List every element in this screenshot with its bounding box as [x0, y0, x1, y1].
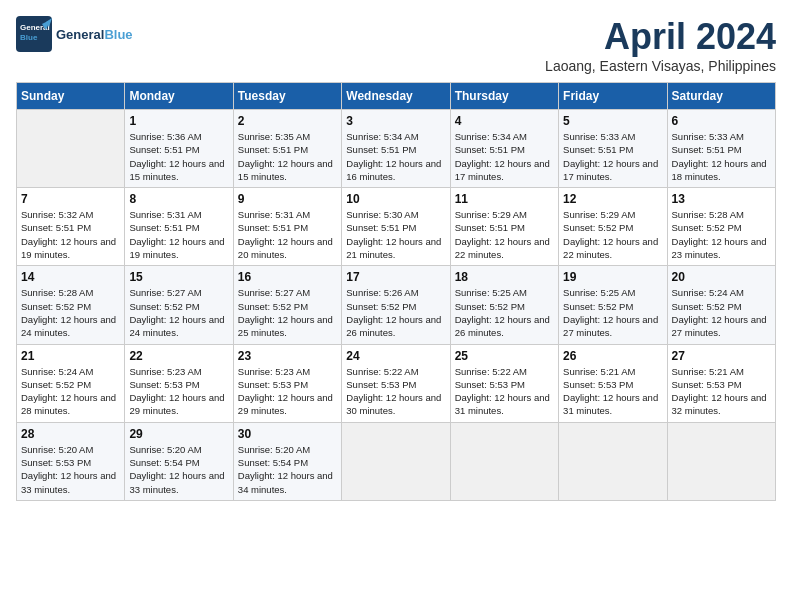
day-number: 17	[346, 270, 445, 284]
calendar-cell: 16Sunrise: 5:27 AMSunset: 5:52 PMDayligh…	[233, 266, 341, 344]
day-number: 29	[129, 427, 228, 441]
calendar-cell: 13Sunrise: 5:28 AMSunset: 5:52 PMDayligh…	[667, 188, 775, 266]
calendar-cell	[17, 110, 125, 188]
week-row-4: 21Sunrise: 5:24 AMSunset: 5:52 PMDayligh…	[17, 344, 776, 422]
calendar-cell: 21Sunrise: 5:24 AMSunset: 5:52 PMDayligh…	[17, 344, 125, 422]
day-info: Sunrise: 5:31 AMSunset: 5:51 PMDaylight:…	[129, 208, 228, 261]
day-number: 23	[238, 349, 337, 363]
calendar-cell	[450, 422, 558, 500]
column-header-friday: Friday	[559, 83, 667, 110]
calendar-cell: 4Sunrise: 5:34 AMSunset: 5:51 PMDaylight…	[450, 110, 558, 188]
calendar-cell: 23Sunrise: 5:23 AMSunset: 5:53 PMDayligh…	[233, 344, 341, 422]
calendar-cell: 19Sunrise: 5:25 AMSunset: 5:52 PMDayligh…	[559, 266, 667, 344]
logo-text: GeneralBlue	[56, 27, 133, 42]
day-number: 4	[455, 114, 554, 128]
day-number: 10	[346, 192, 445, 206]
day-info: Sunrise: 5:33 AMSunset: 5:51 PMDaylight:…	[672, 130, 771, 183]
page-header: General Blue GeneralBlue April 2024 Laoa…	[16, 16, 776, 74]
day-info: Sunrise: 5:36 AMSunset: 5:51 PMDaylight:…	[129, 130, 228, 183]
day-number: 15	[129, 270, 228, 284]
calendar-cell: 7Sunrise: 5:32 AMSunset: 5:51 PMDaylight…	[17, 188, 125, 266]
location: Laoang, Eastern Visayas, Philippines	[545, 58, 776, 74]
day-info: Sunrise: 5:30 AMSunset: 5:51 PMDaylight:…	[346, 208, 445, 261]
title-block: April 2024 Laoang, Eastern Visayas, Phil…	[545, 16, 776, 74]
calendar-cell: 30Sunrise: 5:20 AMSunset: 5:54 PMDayligh…	[233, 422, 341, 500]
calendar-cell: 29Sunrise: 5:20 AMSunset: 5:54 PMDayligh…	[125, 422, 233, 500]
day-number: 8	[129, 192, 228, 206]
calendar-cell: 3Sunrise: 5:34 AMSunset: 5:51 PMDaylight…	[342, 110, 450, 188]
day-info: Sunrise: 5:25 AMSunset: 5:52 PMDaylight:…	[455, 286, 554, 339]
week-row-1: 1Sunrise: 5:36 AMSunset: 5:51 PMDaylight…	[17, 110, 776, 188]
week-row-3: 14Sunrise: 5:28 AMSunset: 5:52 PMDayligh…	[17, 266, 776, 344]
day-info: Sunrise: 5:23 AMSunset: 5:53 PMDaylight:…	[129, 365, 228, 418]
calendar-cell: 9Sunrise: 5:31 AMSunset: 5:51 PMDaylight…	[233, 188, 341, 266]
column-header-monday: Monday	[125, 83, 233, 110]
calendar-cell: 18Sunrise: 5:25 AMSunset: 5:52 PMDayligh…	[450, 266, 558, 344]
day-info: Sunrise: 5:31 AMSunset: 5:51 PMDaylight:…	[238, 208, 337, 261]
day-info: Sunrise: 5:24 AMSunset: 5:52 PMDaylight:…	[672, 286, 771, 339]
day-info: Sunrise: 5:22 AMSunset: 5:53 PMDaylight:…	[455, 365, 554, 418]
week-row-5: 28Sunrise: 5:20 AMSunset: 5:53 PMDayligh…	[17, 422, 776, 500]
day-info: Sunrise: 5:35 AMSunset: 5:51 PMDaylight:…	[238, 130, 337, 183]
week-row-2: 7Sunrise: 5:32 AMSunset: 5:51 PMDaylight…	[17, 188, 776, 266]
day-number: 24	[346, 349, 445, 363]
day-number: 22	[129, 349, 228, 363]
calendar-cell	[667, 422, 775, 500]
day-info: Sunrise: 5:26 AMSunset: 5:52 PMDaylight:…	[346, 286, 445, 339]
calendar-cell: 5Sunrise: 5:33 AMSunset: 5:51 PMDaylight…	[559, 110, 667, 188]
calendar-cell: 2Sunrise: 5:35 AMSunset: 5:51 PMDaylight…	[233, 110, 341, 188]
calendar-cell	[342, 422, 450, 500]
day-number: 13	[672, 192, 771, 206]
day-info: Sunrise: 5:34 AMSunset: 5:51 PMDaylight:…	[346, 130, 445, 183]
column-header-tuesday: Tuesday	[233, 83, 341, 110]
calendar-cell: 25Sunrise: 5:22 AMSunset: 5:53 PMDayligh…	[450, 344, 558, 422]
day-info: Sunrise: 5:29 AMSunset: 5:52 PMDaylight:…	[563, 208, 662, 261]
calendar-cell: 28Sunrise: 5:20 AMSunset: 5:53 PMDayligh…	[17, 422, 125, 500]
day-info: Sunrise: 5:20 AMSunset: 5:54 PMDaylight:…	[238, 443, 337, 496]
calendar-cell: 10Sunrise: 5:30 AMSunset: 5:51 PMDayligh…	[342, 188, 450, 266]
day-info: Sunrise: 5:27 AMSunset: 5:52 PMDaylight:…	[129, 286, 228, 339]
day-number: 27	[672, 349, 771, 363]
day-number: 9	[238, 192, 337, 206]
day-number: 11	[455, 192, 554, 206]
day-number: 6	[672, 114, 771, 128]
day-number: 12	[563, 192, 662, 206]
day-info: Sunrise: 5:32 AMSunset: 5:51 PMDaylight:…	[21, 208, 120, 261]
calendar-body: 1Sunrise: 5:36 AMSunset: 5:51 PMDaylight…	[17, 110, 776, 501]
calendar-header-row: SundayMondayTuesdayWednesdayThursdayFrid…	[17, 83, 776, 110]
day-number: 7	[21, 192, 120, 206]
calendar-cell: 11Sunrise: 5:29 AMSunset: 5:51 PMDayligh…	[450, 188, 558, 266]
day-info: Sunrise: 5:27 AMSunset: 5:52 PMDaylight:…	[238, 286, 337, 339]
day-number: 1	[129, 114, 228, 128]
calendar-cell: 12Sunrise: 5:29 AMSunset: 5:52 PMDayligh…	[559, 188, 667, 266]
day-number: 20	[672, 270, 771, 284]
day-number: 14	[21, 270, 120, 284]
calendar-cell	[559, 422, 667, 500]
day-number: 30	[238, 427, 337, 441]
calendar-cell: 6Sunrise: 5:33 AMSunset: 5:51 PMDaylight…	[667, 110, 775, 188]
day-number: 21	[21, 349, 120, 363]
calendar-cell: 24Sunrise: 5:22 AMSunset: 5:53 PMDayligh…	[342, 344, 450, 422]
calendar-cell: 26Sunrise: 5:21 AMSunset: 5:53 PMDayligh…	[559, 344, 667, 422]
calendar-cell: 17Sunrise: 5:26 AMSunset: 5:52 PMDayligh…	[342, 266, 450, 344]
column-header-thursday: Thursday	[450, 83, 558, 110]
day-number: 19	[563, 270, 662, 284]
calendar-cell: 27Sunrise: 5:21 AMSunset: 5:53 PMDayligh…	[667, 344, 775, 422]
svg-text:Blue: Blue	[20, 33, 38, 42]
day-info: Sunrise: 5:33 AMSunset: 5:51 PMDaylight:…	[563, 130, 662, 183]
day-info: Sunrise: 5:20 AMSunset: 5:54 PMDaylight:…	[129, 443, 228, 496]
day-info: Sunrise: 5:28 AMSunset: 5:52 PMDaylight:…	[672, 208, 771, 261]
column-header-wednesday: Wednesday	[342, 83, 450, 110]
day-info: Sunrise: 5:25 AMSunset: 5:52 PMDaylight:…	[563, 286, 662, 339]
calendar-cell: 14Sunrise: 5:28 AMSunset: 5:52 PMDayligh…	[17, 266, 125, 344]
day-info: Sunrise: 5:28 AMSunset: 5:52 PMDaylight:…	[21, 286, 120, 339]
day-info: Sunrise: 5:29 AMSunset: 5:51 PMDaylight:…	[455, 208, 554, 261]
day-number: 2	[238, 114, 337, 128]
day-number: 3	[346, 114, 445, 128]
day-number: 28	[21, 427, 120, 441]
calendar-cell: 20Sunrise: 5:24 AMSunset: 5:52 PMDayligh…	[667, 266, 775, 344]
day-info: Sunrise: 5:22 AMSunset: 5:53 PMDaylight:…	[346, 365, 445, 418]
calendar-cell: 22Sunrise: 5:23 AMSunset: 5:53 PMDayligh…	[125, 344, 233, 422]
calendar-table: SundayMondayTuesdayWednesdayThursdayFrid…	[16, 82, 776, 501]
day-number: 5	[563, 114, 662, 128]
